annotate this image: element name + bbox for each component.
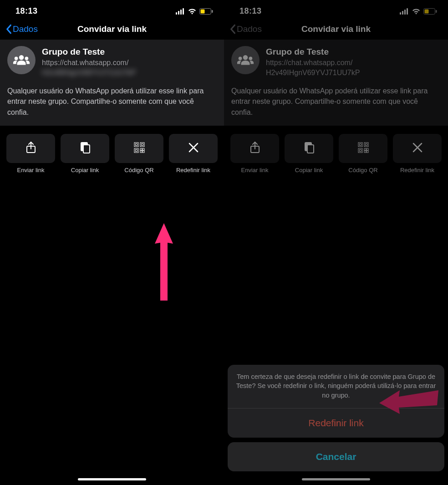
svg-rect-2 <box>180 10 182 15</box>
status-bar: 18:13 <box>224 0 448 20</box>
annotation-arrow-up-icon <box>150 219 178 305</box>
svg-rect-25 <box>404 10 406 15</box>
confirm-reset-button[interactable]: Redefinir link <box>228 408 444 438</box>
svg-rect-3 <box>183 8 184 15</box>
home-indicator[interactable] <box>78 478 146 480</box>
svg-rect-14 <box>135 143 137 145</box>
back-button[interactable]: Dados <box>5 24 38 34</box>
svg-rect-21 <box>140 151 142 153</box>
cellular-signal-icon <box>400 8 409 15</box>
send-link-label: Enviar link <box>241 167 269 174</box>
svg-rect-43 <box>367 148 368 150</box>
battery-icon <box>423 8 437 15</box>
group-info-section: Grupo de Teste https://chat.whatsapp.com… <box>224 40 448 126</box>
link-actions-row: Enviar link Copiar link <box>0 126 224 174</box>
link-disclaimer: Qualquer usuário do WhatsApp poderá util… <box>7 86 217 117</box>
qr-code-label: Código QR <box>348 167 377 174</box>
close-icon <box>188 142 199 155</box>
group-name: Grupo de Teste <box>266 47 441 57</box>
svg-point-30 <box>243 55 248 60</box>
status-icons <box>400 8 437 15</box>
svg-rect-1 <box>178 11 179 15</box>
svg-rect-22 <box>143 151 144 153</box>
svg-rect-23 <box>400 12 401 15</box>
svg-rect-42 <box>364 148 366 150</box>
reset-link-button[interactable] <box>169 134 218 163</box>
close-icon <box>412 142 423 155</box>
svg-rect-26 <box>407 8 408 15</box>
svg-point-31 <box>239 56 242 60</box>
qr-code-button[interactable] <box>339 134 387 163</box>
group-avatar-icon <box>7 46 36 74</box>
svg-rect-39 <box>365 143 367 145</box>
reset-link-label: Redefinir link <box>400 167 434 174</box>
svg-rect-0 <box>176 12 177 15</box>
svg-rect-41 <box>359 149 361 151</box>
action-sheet: Tem certeza de que deseja redefinir o li… <box>228 365 444 438</box>
group-avatar-icon <box>231 46 260 74</box>
link-disclaimer: Qualquer usuário do WhatsApp poderá util… <box>231 86 441 117</box>
svg-point-8 <box>15 56 18 60</box>
send-link-button[interactable] <box>6 134 55 163</box>
svg-point-7 <box>19 55 24 60</box>
copy-icon <box>302 141 316 156</box>
qr-code-button[interactable] <box>115 134 163 163</box>
back-label: Dados <box>237 24 262 34</box>
wifi-icon <box>412 8 421 15</box>
copy-link-button[interactable] <box>61 134 109 163</box>
phone-screenshot-left: 18:13 Dados Convidar via link Grupo d <box>0 0 224 485</box>
svg-rect-37 <box>359 143 361 145</box>
action-sheet-message: Tem certeza de que deseja redefinir o li… <box>228 365 444 408</box>
svg-rect-20 <box>143 148 144 150</box>
status-time: 18:13 <box>15 6 38 16</box>
svg-point-9 <box>25 56 29 60</box>
reset-link-button[interactable] <box>393 134 442 163</box>
share-icon <box>248 141 262 156</box>
group-name: Grupo de Teste <box>42 47 217 57</box>
send-link-button[interactable] <box>230 134 279 163</box>
wifi-icon <box>188 8 197 15</box>
cellular-signal-icon <box>176 8 185 15</box>
svg-rect-44 <box>364 151 366 153</box>
home-indicator[interactable] <box>302 478 370 480</box>
cancel-button[interactable]: Cancelar <box>228 442 444 471</box>
status-time: 18:13 <box>239 6 262 16</box>
nav-bar: Dados Convidar via link <box>224 20 448 40</box>
copy-link-label: Copiar link <box>71 167 99 174</box>
svg-rect-18 <box>135 149 137 151</box>
svg-point-32 <box>249 56 253 60</box>
svg-rect-24 <box>402 11 403 15</box>
back-label: Dados <box>13 24 38 34</box>
svg-rect-6 <box>212 10 213 13</box>
svg-rect-28 <box>425 9 429 13</box>
chevron-left-icon <box>229 24 236 34</box>
status-bar: 18:13 <box>0 0 224 20</box>
chevron-left-icon <box>5 24 12 34</box>
qr-code-icon <box>132 141 146 156</box>
svg-rect-45 <box>367 151 368 153</box>
share-icon <box>24 141 38 156</box>
svg-rect-5 <box>201 9 205 13</box>
copy-link-label: Copiar link <box>295 167 323 174</box>
send-link-label: Enviar link <box>17 167 45 174</box>
svg-rect-29 <box>436 10 437 13</box>
svg-rect-35 <box>307 145 314 153</box>
group-invite-link[interactable]: https://chat.whatsapp.com/ H2v49IHgnV69Y… <box>266 58 441 77</box>
group-invite-link[interactable]: https://chat.whatsapp.com/ H2v49IHgnV69Y… <box>42 58 217 77</box>
copy-icon <box>78 141 92 156</box>
status-icons <box>176 8 213 15</box>
phone-screenshot-right: 18:13 Dados Convidar via link Grupo d <box>224 0 448 485</box>
svg-rect-16 <box>141 143 143 145</box>
battery-icon <box>199 8 213 15</box>
nav-bar: Dados Convidar via link <box>0 20 224 40</box>
qr-code-label: Código QR <box>124 167 153 174</box>
back-button[interactable]: Dados <box>229 24 262 34</box>
copy-link-button[interactable] <box>285 134 333 163</box>
reset-link-label: Redefinir link <box>176 167 210 174</box>
svg-rect-12 <box>83 145 90 153</box>
svg-rect-19 <box>140 148 142 150</box>
group-info-section: Grupo de Teste https://chat.whatsapp.com… <box>0 40 224 126</box>
action-sheet-container: Tem certeza de que deseja redefinir o li… <box>228 365 444 471</box>
qr-code-icon <box>356 141 370 156</box>
link-actions-row: Enviar link Copiar link <box>224 126 448 174</box>
